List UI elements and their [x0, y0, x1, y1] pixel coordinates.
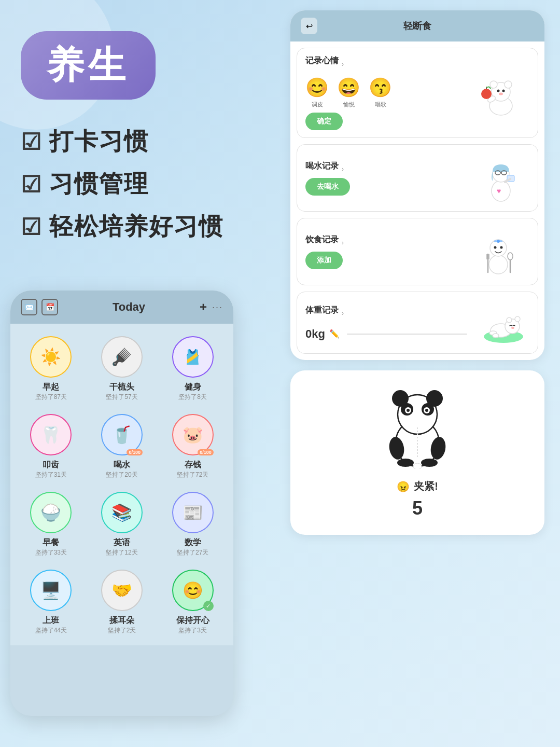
- right-section: ↩ 轻断食 记录心情 › 😊 调皮 😄 愉悦: [290, 10, 544, 535]
- habit-days-2: 坚持了8天: [178, 393, 207, 402]
- habit-cell-7[interactable]: 📚 英语 坚持了12天: [87, 485, 158, 562]
- habit-cell-9[interactable]: 🖥️ 上班 坚持了44天: [16, 562, 87, 640]
- panda-card: 😠 夹紧! 5: [290, 370, 544, 535]
- habit-badge-5: 0/100: [198, 449, 214, 455]
- svg-point-33: [515, 316, 520, 322]
- more-button[interactable]: ···: [212, 302, 223, 313]
- food-add-btn[interactable]: 添加: [305, 252, 343, 269]
- phone-header-icons: ✉️ 📅: [21, 299, 58, 315]
- phone-header: ✉️ 📅 Today + ···: [10, 290, 233, 324]
- panda-count: 5: [412, 497, 423, 519]
- svg-point-36: [493, 334, 499, 338]
- habit-cell-11[interactable]: 😊 ✓ 保持开心 坚持了3天: [157, 562, 228, 640]
- svg-point-52: [413, 463, 422, 469]
- checkbox-icon-2: ☑: [21, 171, 41, 198]
- weight-left: 体重记录 › 0kg ✏️: [305, 305, 467, 341]
- app-title: 养生: [47, 44, 130, 86]
- back-icon: ↩: [306, 21, 313, 31]
- habit-days-10: 坚持了2天: [108, 626, 136, 635]
- weight-title-row: 体重记录 ›: [305, 305, 467, 322]
- habit-circle-3: 🦷: [30, 414, 72, 455]
- svg-point-3: [505, 81, 512, 88]
- svg-point-2: [490, 81, 497, 88]
- habit-name-9: 上班: [43, 615, 59, 626]
- habit-circle-2: 🎽: [172, 336, 214, 378]
- svg-point-21: [494, 246, 497, 249]
- food-left: 饮食记录 › 添加: [305, 234, 467, 269]
- prompt-text: 夹紧!: [414, 479, 438, 493]
- habit-name-4: 喝水: [114, 460, 130, 471]
- habit-cell-10[interactable]: 🤝 揉耳朵 坚持了2天: [87, 562, 158, 640]
- panda-illustration: [379, 386, 456, 471]
- svg-text:♥: ♥: [497, 187, 501, 195]
- food-illustration: [467, 226, 529, 278]
- svg-point-32: [507, 317, 512, 323]
- svg-point-8: [481, 89, 492, 99]
- girl-food-svg: [470, 226, 527, 278]
- weight-card: 体重记录 › 0kg ✏️: [297, 292, 538, 354]
- emoji-label-1: 愉悦: [343, 101, 355, 108]
- food-card: 饮食记录 › 添加: [297, 218, 538, 285]
- habit-circle-6: 🍚: [30, 492, 72, 533]
- edit-icon[interactable]: ✏️: [329, 329, 340, 339]
- habit-cell-5[interactable]: 🐷 0/100 存钱 坚持了72天: [157, 407, 228, 485]
- habit-circle-11: 😊 ✓: [172, 570, 214, 611]
- svg-point-34: [511, 327, 514, 329]
- svg-point-4: [497, 90, 500, 92]
- habit-cell-3[interactable]: 🦷 叩齿 坚持了31天: [16, 407, 87, 485]
- habit-grid: ☀️ 早起 坚持了87天 🪮 干梳头 坚持了57天 🎽 健身 坚持了8天 🦷 叩…: [10, 324, 233, 645]
- emoji-face-2: 😙: [369, 77, 392, 99]
- mood-card: 记录心情 › 😊 调皮 😄 愉悦 😙 唱歌: [297, 48, 538, 138]
- svg-point-45: [407, 409, 410, 412]
- today-title: Today: [113, 300, 145, 314]
- habit-name-10: 揉耳朵: [109, 615, 134, 626]
- svg-point-51: [421, 459, 438, 467]
- water-left: 喝水记录 › 去喝水: [305, 161, 467, 196]
- habit-name-5: 存钱: [185, 460, 201, 471]
- habit-circle-7: 📚: [101, 492, 143, 533]
- emoji-item-2[interactable]: 😙 唱歌: [369, 77, 392, 108]
- mood-illustration: [467, 67, 529, 119]
- mood-left: 记录心情 › 😊 调皮 😄 愉悦 😙 唱歌: [305, 56, 467, 130]
- weight-chevron: ›: [342, 310, 344, 317]
- habit-circle-5: 🐷 0/100: [172, 414, 214, 455]
- mood-title: 记录心情: [305, 56, 339, 66]
- mood-confirm-button[interactable]: 确定: [305, 113, 343, 130]
- habit-cell-2[interactable]: 🎽 健身 坚持了8天: [157, 329, 228, 407]
- habit-cell-0[interactable]: ☀️ 早起 坚持了87天: [16, 329, 87, 407]
- mail-icon[interactable]: ✉️: [21, 299, 37, 315]
- checkbox-icon-3: ☑: [21, 214, 41, 240]
- right-card-title: 轻断食: [403, 20, 431, 32]
- svg-point-20: [497, 240, 500, 243]
- habit-cell-4[interactable]: 🥤 0/100 喝水 坚持了20天: [87, 407, 158, 485]
- back-button[interactable]: ↩: [301, 18, 317, 34]
- feature-item-3: ☑ 轻松培养好习惯: [21, 211, 249, 243]
- habit-days-9: 坚持了44天: [35, 626, 67, 635]
- left-section: 养生 ☑ 打卡习惯 ☑ 习惯管理 ☑ 轻松培养好习惯: [21, 31, 249, 274]
- calendar-icon[interactable]: 📅: [41, 299, 58, 315]
- habit-days-0: 坚持了87天: [35, 393, 67, 402]
- habit-name-0: 早起: [43, 382, 59, 393]
- habit-cell-6[interactable]: 🍚 早餐 坚持了33天: [16, 485, 87, 562]
- habit-circle-9: 🖥️: [30, 570, 72, 611]
- habit-name-3: 叩齿: [43, 460, 59, 471]
- emoji-face-0: 😊: [305, 77, 329, 99]
- water-chevron: ›: [342, 165, 344, 173]
- water-btn[interactable]: 去喝水: [305, 178, 350, 196]
- girl-water-svg: ♥: [470, 152, 527, 204]
- feature-list: ☑ 打卡习惯 ☑ 习惯管理 ☑ 轻松培养好习惯: [21, 126, 249, 243]
- water-title-row: 喝水记录 ›: [305, 161, 467, 178]
- habit-name-11: 保持开心: [176, 615, 209, 626]
- weight-value: 0kg: [305, 327, 325, 341]
- emoji-item-1[interactable]: 😄 愉悦: [337, 77, 360, 108]
- habit-name-2: 健身: [185, 382, 201, 393]
- svg-point-50: [397, 459, 414, 467]
- emoji-row: 😊 调皮 😄 愉悦 😙 唱歌: [305, 77, 467, 108]
- habit-cell-1[interactable]: 🪮 干梳头 坚持了57天: [87, 329, 158, 407]
- svg-point-18: [489, 255, 508, 274]
- mood-chevron: ›: [342, 61, 344, 68]
- add-button[interactable]: +: [200, 300, 207, 314]
- emoji-item-0[interactable]: 😊 调皮: [305, 77, 329, 108]
- habit-cell-8[interactable]: 📰 数学 坚持了27天: [157, 485, 228, 562]
- feature-text-3: 轻松培养好习惯: [49, 211, 223, 243]
